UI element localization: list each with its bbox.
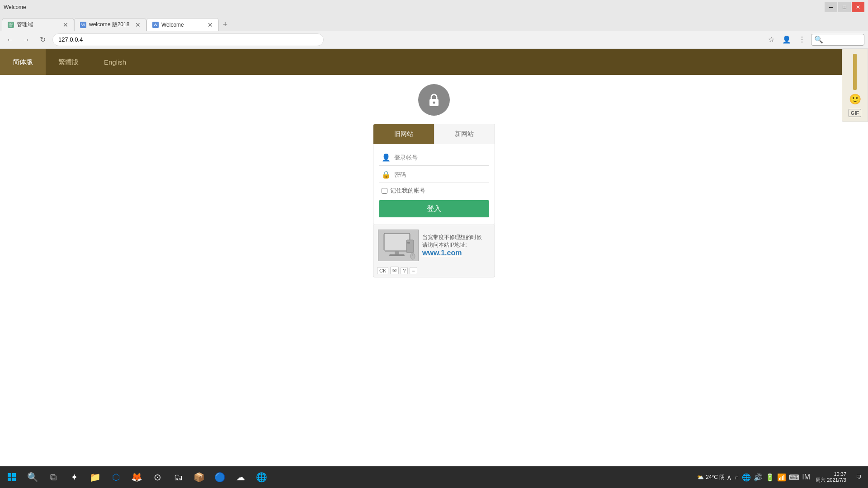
username-input[interactable]	[394, 154, 486, 161]
file-explorer-button[interactable]: 📁	[85, 467, 105, 487]
cloud-button[interactable]: ☁	[231, 467, 250, 487]
weather-info: ⛅ 24°C 阴	[697, 474, 725, 481]
keyboard-icon[interactable]: ⌨	[789, 473, 799, 482]
ime-icon[interactable]: IM	[802, 473, 810, 481]
svg-rect-7	[407, 242, 410, 244]
banner-text: 当宽带度不修理想的时候 请访问本站IP地址: www.1.com	[422, 234, 490, 257]
main-content: 旧网站 新网站 👤 🔒 记住我的帐号 登入	[0, 75, 868, 277]
app-2-button[interactable]: 🔵	[210, 467, 230, 487]
lock-icon	[418, 84, 450, 116]
tabs-bar: 管 管理端 ✕ W welcome 版2018 ✕ W Welcome ✕ +	[0, 14, 868, 31]
clock-weekday-date: 周六 2021/7/3	[816, 477, 846, 483]
banner-tool-ck[interactable]: CK	[377, 267, 388, 274]
tab-close-2[interactable]: ✕	[135, 21, 141, 28]
files-button[interactable]: 🗂	[168, 467, 188, 487]
user-field-icon: 👤	[382, 153, 391, 162]
browser-chrome-button[interactable]: ⊙	[147, 467, 167, 487]
bluetooth-icon[interactable]: ⑁	[735, 473, 739, 481]
lang-item-zh-tw[interactable]: 繁體版	[46, 49, 91, 75]
back-button[interactable]: ←	[4, 33, 16, 46]
language-nav: 简体版 繁體版 English	[0, 49, 868, 75]
tab-guanliduan[interactable]: 管 管理端 ✕	[2, 18, 74, 31]
app-1-button[interactable]: ✦	[64, 467, 84, 487]
tab-new-site-label: 新网站	[455, 130, 474, 138]
archive-button[interactable]: 📦	[189, 467, 209, 487]
tab-close-3[interactable]: ✕	[208, 21, 213, 28]
gif-button[interactable]: GIF	[849, 109, 861, 117]
tray-arrow[interactable]: ∧	[726, 473, 732, 482]
lang-item-zh-cn[interactable]: 简体版	[0, 49, 46, 75]
lang-item-en[interactable]: English	[91, 49, 139, 75]
lang-label-zh-cn: 简体版	[13, 58, 33, 66]
right-panel-bar[interactable]	[853, 54, 857, 90]
address-input[interactable]	[52, 33, 324, 46]
svg-rect-5	[389, 254, 405, 256]
audio-icon[interactable]: 🔊	[754, 473, 763, 482]
tab-new-site[interactable]: 新网站	[434, 124, 495, 144]
system-tray: ∧ ⑁ 🌐 🔊 🔋 📶 ⌨ IM	[726, 473, 810, 482]
browser-edge-button[interactable]: ⬡	[106, 467, 126, 487]
remember-row: 记住我的帐号	[379, 184, 489, 198]
lock-svg	[426, 92, 442, 108]
search-taskbar-button[interactable]: 🔍	[23, 467, 42, 487]
browser-firefox-button[interactable]: 🦊	[127, 467, 146, 487]
banner-tool-help[interactable]: ?	[401, 267, 408, 274]
emoji-button[interactable]: 🙂	[849, 94, 861, 105]
start-button[interactable]	[2, 467, 22, 487]
banner: 当宽带度不修理想的时候 请访问本站IP地址: www.1.com CK ✉ ? …	[373, 225, 495, 277]
tab-welcome[interactable]: W Welcome ✕	[146, 18, 219, 31]
clock-time: 10:37	[834, 471, 846, 477]
maximize-button[interactable]: □	[838, 2, 851, 12]
taskbar: 🔍 ⧉ ✦ 📁 ⬡ 🦊 ⊙ 🗂 📦 🔵 ☁ 🌐 ⛅ 24°C 阴 ∧ ⑁ 🌐 🔊…	[0, 466, 868, 488]
weather-icon: ⛅	[697, 474, 704, 480]
tab-favicon-2: W	[80, 22, 86, 28]
tab-close-1[interactable]: ✕	[63, 21, 68, 28]
tab-label-2: welcome 版2018	[89, 21, 129, 28]
close-button[interactable]: ✕	[852, 2, 864, 12]
title-bar: Welcome ─ □ ✕	[0, 0, 868, 14]
wifi-icon[interactable]: 📶	[777, 473, 786, 482]
svg-point-1	[433, 102, 435, 104]
tab-favicon-1: 管	[8, 22, 14, 28]
reload-button[interactable]: ↻	[36, 33, 49, 46]
login-tabs: 旧网站 新网站	[373, 124, 495, 144]
search-box[interactable]: 🔍	[811, 34, 864, 46]
user-icon[interactable]: 👤	[780, 33, 793, 46]
tab-welcome2018[interactable]: W welcome 版2018 ✕	[74, 18, 146, 31]
search-input[interactable]	[825, 37, 861, 43]
title-bar-label: Welcome	[4, 4, 26, 10]
svg-rect-3	[385, 234, 409, 250]
login-button[interactable]: 登入	[379, 200, 489, 217]
banner-line2: 请访问本站IP地址:	[422, 241, 490, 249]
address-right-tools: ☆ 👤 ⋮ 🔍	[765, 33, 864, 46]
globe-button[interactable]: 🌐	[251, 467, 271, 487]
search-icon: 🔍	[814, 35, 823, 44]
password-input[interactable]	[394, 171, 486, 178]
banner-tool-mail[interactable]: ✉	[390, 267, 399, 274]
task-view-button[interactable]: ⧉	[43, 467, 63, 487]
address-bar: ← → ↻ ☆ 👤 ⋮ 🔍	[0, 31, 868, 49]
tab-label-1: 管理端	[17, 21, 33, 28]
menu-icon[interactable]: ⋮	[796, 33, 808, 46]
forward-button[interactable]: →	[20, 33, 33, 46]
svg-rect-4	[395, 251, 399, 255]
tab-old-site-label: 旧网站	[394, 130, 413, 138]
login-button-label: 登入	[427, 205, 441, 212]
minimize-button[interactable]: ─	[825, 2, 837, 12]
monitor-svg	[380, 231, 416, 260]
battery-icon[interactable]: 🔋	[765, 473, 774, 482]
banner-link[interactable]: www.1.com	[422, 249, 462, 257]
bookmark-icon[interactable]: ☆	[765, 33, 778, 46]
taskbar-clock[interactable]: 10:37 周六 2021/7/3	[812, 471, 850, 483]
windows-icon	[7, 473, 16, 482]
username-row: 👤	[379, 150, 489, 166]
new-tab-button[interactable]: +	[219, 18, 231, 31]
taskbar-right: ⛅ 24°C 阴 ∧ ⑁ 🌐 🔊 🔋 📶 ⌨ IM 10:37 周六 2021/…	[697, 467, 866, 487]
tab-old-site[interactable]: 旧网站	[373, 124, 434, 144]
login-form: 👤 🔒 记住我的帐号 登入	[373, 144, 495, 225]
network-icon[interactable]: 🌐	[742, 473, 751, 482]
remember-label: 记住我的帐号	[390, 187, 425, 195]
banner-tool-menu[interactable]: ≡	[410, 267, 417, 274]
notification-center-button[interactable]: 🗨	[852, 467, 866, 487]
remember-checkbox[interactable]	[382, 188, 387, 194]
